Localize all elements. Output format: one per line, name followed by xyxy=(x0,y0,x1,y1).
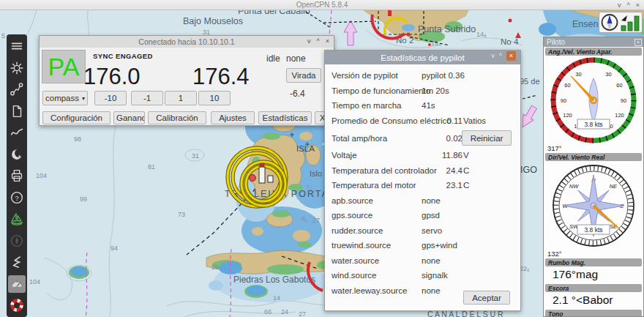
stat-row: Tiempo en marcha41s xyxy=(325,98,520,113)
sync-engaged-label: SYNC ENGAGED xyxy=(93,52,153,60)
os-titlebar[interactable]: OpenCPN 5.8.4 v ^ × xyxy=(0,0,644,10)
light-tower xyxy=(388,10,392,16)
piloto-dashboard-panel: Piloto × Ang./Vel. Viento Apar. 30 60 90… xyxy=(543,37,644,317)
pilot-mode-state: none xyxy=(286,53,306,64)
stat-row: Versión de pypilotpypilot 0.36 xyxy=(325,68,520,83)
svg-text:30: 30 xyxy=(605,71,611,78)
stat-row: truewind.sourcegps+wind xyxy=(325,238,520,253)
opencpn-window: Bajo Mouselos Punta del Caballo Punta Su… xyxy=(0,0,644,317)
svg-text:90: 90 xyxy=(561,97,566,104)
hdg-value: 176°mag xyxy=(544,267,643,283)
stat-row: gps.sourcegpsd xyxy=(325,208,520,223)
svg-text:120: 120 xyxy=(615,112,624,119)
create-route-icon[interactable] xyxy=(8,81,26,98)
hamburger-menu-icon[interactable] xyxy=(8,37,26,55)
reset-button[interactable]: Reiniciar xyxy=(462,130,512,146)
statistics-button[interactable]: Estadísticas xyxy=(258,111,312,124)
pypilot-sailboat-icon[interactable] xyxy=(8,210,26,228)
mode-selector-dropdown[interactable]: compass▾ xyxy=(42,91,88,105)
command-heading: 176.0 xyxy=(83,64,141,90)
calibration-button[interactable]: Calibración xyxy=(148,111,206,124)
pypilot-control-dialog: Conectado hacia 10.10.10.1 v ^ × PA SYNC… xyxy=(39,35,334,126)
main-toolbar: ? xyxy=(7,34,27,317)
stats-dialog-title: Estadísticas de pypilot xyxy=(381,53,464,62)
configuration-button[interactable]: Configuración xyxy=(42,111,111,124)
restore-icon[interactable]: ^ xyxy=(499,53,502,59)
settings-button[interactable]: Ajustes xyxy=(211,111,255,124)
actual-heading: 176.4 xyxy=(192,64,250,90)
pitch-section-header: Tono xyxy=(545,310,642,317)
svg-text:NW: NW xyxy=(569,183,579,190)
stat-row: Total amp/hora0.02 Reiniciar xyxy=(325,128,520,148)
print-icon[interactable] xyxy=(8,167,26,184)
stats-rows: Versión de pypilotpypilot 0.36 Tiempo de… xyxy=(325,64,520,298)
svg-text:NE: NE xyxy=(610,183,618,190)
autopilot-mode-display[interactable]: PA xyxy=(42,50,86,83)
close-icon[interactable]: × xyxy=(636,2,640,9)
stat-row: water.sourcenone xyxy=(325,253,520,269)
restore-icon[interactable]: ^ xyxy=(627,2,630,9)
true-wind-compass: N NE E SE S SW W NW 3.8 kts xyxy=(544,162,643,250)
minimize-icon[interactable]: v xyxy=(618,2,621,9)
gps-arrow-icon xyxy=(621,15,627,21)
close-icon[interactable]: × xyxy=(506,51,516,61)
day-night-icon[interactable] xyxy=(8,146,26,163)
tack-button[interactable]: Virada xyxy=(286,68,321,83)
stat-row: apb.sourcenone xyxy=(325,193,520,209)
app-title: OpenCPN 5.8.4 xyxy=(296,1,348,9)
accept-button[interactable]: Aceptar xyxy=(463,291,510,305)
gains-button[interactable]: Ganancias xyxy=(113,111,145,124)
pypilot-dialog-titlebar[interactable]: Conectado hacia 10.10.10.1 v ^ × xyxy=(40,36,334,48)
dashboard-plugin-icon[interactable] xyxy=(8,275,26,293)
svg-text:30: 30 xyxy=(575,71,581,78)
twd-section-header: Dir/Vel. Viento Real xyxy=(545,153,642,161)
twd-speed: 3.8 kts xyxy=(584,226,602,234)
step-plus-10-button[interactable]: 10 xyxy=(198,91,231,105)
minimize-icon[interactable]: v xyxy=(491,53,495,59)
measure-arrows-icon[interactable] xyxy=(8,253,26,271)
stat-row: Tiempo de funcionamiento1m 20s xyxy=(325,83,520,99)
minimize-icon[interactable]: v xyxy=(307,38,311,45)
awa-section-header: Ang./Vel. Viento Apar. xyxy=(545,48,642,56)
range-rings xyxy=(228,148,286,206)
stat-row: wind.sourcesignalk xyxy=(325,268,520,283)
traffic-arrow xyxy=(344,20,357,45)
rudder-angle-value: -6.4 xyxy=(290,89,305,99)
close-icon[interactable]: × xyxy=(326,38,329,45)
help-icon[interactable]: ? xyxy=(8,189,26,206)
heel-value: 2.1 °<Babor xyxy=(544,293,643,309)
piloto-panel-title: Piloto xyxy=(547,38,565,46)
svg-text:60: 60 xyxy=(564,82,570,89)
svg-text:60: 60 xyxy=(616,82,622,89)
chevron-down-icon: ▾ xyxy=(82,95,85,102)
stat-row: Promedio de Consumo eléctrico0.11Vatios xyxy=(325,113,520,129)
awa-speed: 3.8 kts xyxy=(584,121,602,128)
plugin-dim-icon[interactable] xyxy=(8,232,26,250)
pypilot-statistics-dialog: Estadísticas de pypilot v ^ × Versión de… xyxy=(324,50,521,311)
stat-row: rudder.sourceservo xyxy=(325,223,520,239)
svg-text:120: 120 xyxy=(563,112,572,119)
awa-bearing: 317° xyxy=(544,144,643,152)
hdg-section-header: Rumbo Mag. xyxy=(545,258,642,266)
heel-section-header: Escora xyxy=(545,284,642,292)
step-minus-10-button[interactable]: -10 xyxy=(94,91,127,105)
compass-gps-widget[interactable] xyxy=(599,12,643,33)
close-icon[interactable]: × xyxy=(634,39,642,46)
svg-text:90: 90 xyxy=(621,97,626,104)
mob-lifebuoy-icon[interactable] xyxy=(8,297,26,314)
settings-gear-icon[interactable] xyxy=(8,59,26,77)
track-icon[interactable] xyxy=(8,124,26,141)
restore-icon[interactable]: ^ xyxy=(317,38,320,45)
svg-text:?: ? xyxy=(15,194,18,201)
stat-row: Temperatura del motor23.1C xyxy=(325,178,520,193)
step-plus-1-button[interactable]: 1 xyxy=(165,91,197,105)
twd-bearing: 132° xyxy=(544,250,643,258)
chart-page-icon[interactable] xyxy=(8,102,26,120)
pilot-state: idle xyxy=(266,53,280,64)
stats-dialog-titlebar[interactable]: Estadísticas de pypilot v ^ × xyxy=(325,51,520,64)
stat-row: Voltaje11.86V xyxy=(325,148,520,163)
pypilot-dialog-title: Conectado hacia 10.10.10.1 xyxy=(138,37,234,46)
step-minus-1-button[interactable]: -1 xyxy=(131,91,163,105)
stat-row: Temperatura del controlador24.4C xyxy=(325,163,520,179)
piloto-panel-titlebar[interactable]: Piloto × xyxy=(544,37,643,47)
